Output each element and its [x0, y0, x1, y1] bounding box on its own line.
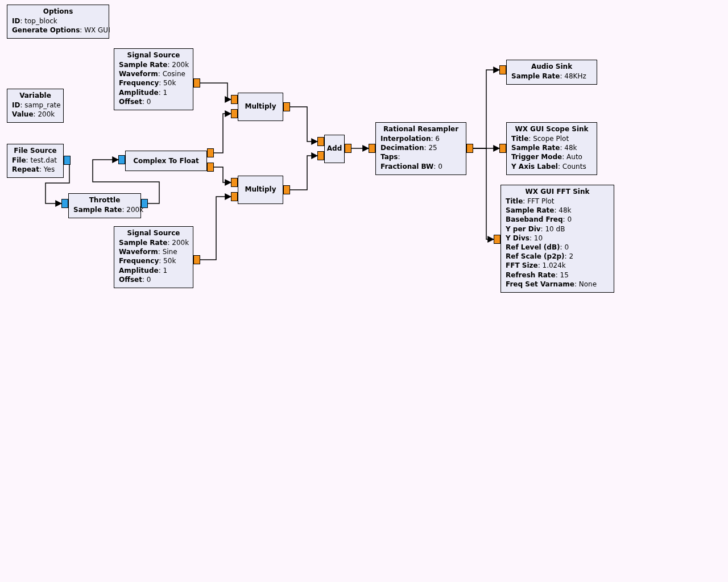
block-param: Baseband Freq: 0 — [506, 215, 609, 224]
block-title: WX GUI FFT Sink — [506, 188, 609, 196]
block-variable[interactable]: Variable ID: samp_rate Value: 200k — [7, 89, 64, 123]
block-param: Sample Rate: 48k — [511, 143, 592, 152]
block-param: Ref Scale (p2p): 2 — [506, 252, 609, 261]
port-in[interactable] — [494, 235, 500, 244]
block-param: Fractional BW: 0 — [380, 162, 461, 171]
block-param: Title: FFT Plot — [506, 197, 609, 206]
port-in[interactable] — [369, 144, 375, 153]
block-param: Offset: 0 — [119, 275, 188, 284]
block-param: Freq Set Varname: None — [506, 280, 609, 289]
block-title: Signal Source — [119, 51, 188, 59]
block-title: Multiply — [245, 102, 276, 110]
port-in[interactable] — [499, 144, 506, 153]
block-param: Generate Options: WX GUI — [12, 26, 104, 35]
block-param: Y Axis Label: Counts — [511, 162, 592, 171]
block-param: Amplitude: 1 — [119, 266, 188, 275]
block-title: Variable — [12, 92, 59, 99]
connections-layer — [0, 0, 728, 582]
block-title: Audio Sink — [511, 63, 592, 70]
block-param: Ref Level (dB): 0 — [506, 243, 609, 252]
block-param: Sample Rate: 200k — [119, 60, 188, 69]
block-multiply-1[interactable]: Multiply — [238, 93, 283, 121]
block-audio-sink[interactable]: Audio Sink Sample Rate: 48KHz — [506, 60, 597, 85]
port-in0[interactable] — [317, 137, 324, 146]
block-param: File: test.dat — [12, 156, 59, 165]
port-out[interactable] — [193, 78, 200, 88]
block-title: Rational Resampler — [380, 125, 461, 133]
block-title: File Source — [12, 147, 59, 155]
port-out[interactable] — [466, 144, 473, 153]
block-title: WX GUI Scope Sink — [511, 125, 592, 133]
block-title: Throttle — [73, 196, 136, 204]
port-out[interactable] — [141, 199, 148, 208]
port-in0[interactable] — [231, 178, 238, 187]
block-param: Sample Rate: 200k — [119, 238, 188, 247]
port-out[interactable] — [283, 102, 290, 111]
block-title: Options — [12, 7, 104, 15]
block-param: Y per Div: 10 dB — [506, 225, 609, 234]
block-param: Frequency: 50k — [119, 256, 188, 265]
port-in1[interactable] — [231, 109, 238, 118]
port-in[interactable] — [118, 155, 125, 164]
block-options[interactable]: Options ID: top_block Generate Options: … — [7, 5, 109, 39]
block-param: ID: samp_rate — [12, 101, 59, 110]
block-fft-sink[interactable]: WX GUI FFT Sink Title: FFT Plot Sample R… — [500, 185, 614, 293]
port-out-re[interactable] — [207, 148, 214, 157]
port-out[interactable] — [283, 185, 290, 194]
block-param: ID: top_block — [12, 16, 104, 26]
block-param: Sample Rate: 200k — [73, 205, 136, 214]
port-in0[interactable] — [231, 95, 238, 104]
block-param: Decimation: 25 — [380, 143, 461, 152]
block-file-source[interactable]: File Source File: test.dat Repeat: Yes — [7, 144, 64, 178]
block-throttle[interactable]: Throttle Sample Rate: 200k — [68, 193, 141, 218]
port-out[interactable] — [193, 255, 200, 264]
port-in1[interactable] — [317, 151, 324, 160]
block-title: Signal Source — [119, 229, 188, 237]
block-title: Multiply — [245, 185, 276, 193]
block-param: Interpolation: 6 — [380, 134, 461, 143]
block-param: FFT Size: 1.024k — [506, 261, 609, 270]
block-param: Taps: — [380, 152, 461, 161]
port-in1[interactable] — [231, 192, 238, 201]
block-param: Waveform: Cosine — [119, 69, 188, 78]
block-multiply-2[interactable]: Multiply — [238, 176, 283, 204]
port-out-im[interactable] — [207, 163, 214, 172]
block-param: Sample Rate: 48k — [506, 206, 609, 215]
block-param: Sample Rate: 48KHz — [511, 72, 592, 81]
block-param: Waveform: Sine — [119, 247, 188, 256]
flowgraph-canvas[interactable]: Options ID: top_block Generate Options: … — [0, 0, 728, 582]
block-param: Offset: 0 — [119, 97, 188, 106]
block-param: Amplitude: 1 — [119, 88, 188, 97]
block-param: Title: Scope Plot — [511, 134, 592, 143]
block-param: Repeat: Yes — [12, 165, 59, 174]
block-complex-to-float[interactable]: Complex To Float — [125, 151, 207, 171]
block-param: Trigger Mode: Auto — [511, 152, 592, 161]
port-in[interactable] — [499, 65, 506, 74]
block-signal-source-cos[interactable]: Signal Source Sample Rate: 200k Waveform… — [114, 48, 193, 110]
block-param: Value: 200k — [12, 110, 59, 119]
block-title: Add — [327, 144, 342, 152]
port-out[interactable] — [345, 144, 351, 153]
block-param: Y Divs: 10 — [506, 234, 609, 243]
block-add[interactable]: Add — [324, 135, 345, 163]
block-param: Refresh Rate: 15 — [506, 271, 609, 280]
block-scope-sink[interactable]: WX GUI Scope Sink Title: Scope Plot Samp… — [506, 122, 597, 175]
block-param: Frequency: 50k — [119, 78, 188, 88]
port-in[interactable] — [61, 199, 68, 208]
port-out[interactable] — [64, 156, 71, 165]
block-rational-resampler[interactable]: Rational Resampler Interpolation: 6 Deci… — [375, 122, 466, 175]
block-signal-source-sin[interactable]: Signal Source Sample Rate: 200k Waveform… — [114, 226, 193, 288]
block-title: Complex To Float — [130, 157, 202, 165]
